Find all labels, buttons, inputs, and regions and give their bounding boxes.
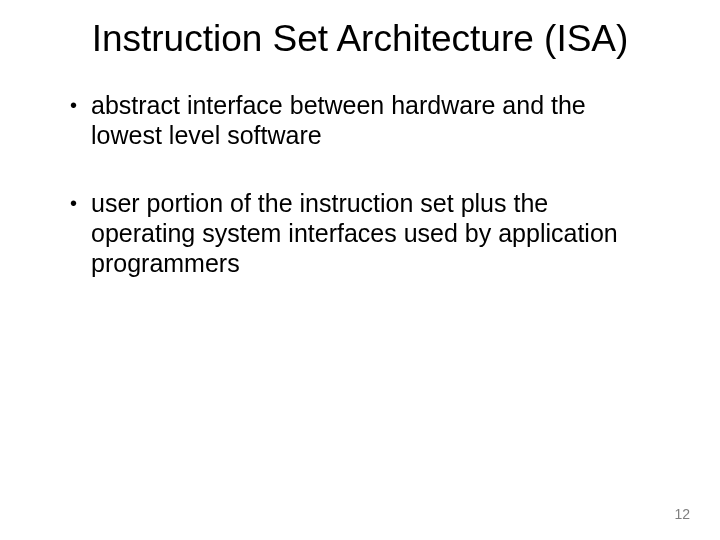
bullet-text: abstract interface between hardware and … [91, 90, 651, 150]
bullet-item: • user portion of the instruction set pl… [70, 188, 680, 278]
bullet-icon: • [70, 188, 77, 218]
slide-content: • abstract interface between hardware an… [40, 90, 680, 278]
bullet-icon: • [70, 90, 77, 120]
slide: Instruction Set Architecture (ISA) • abs… [0, 0, 720, 540]
bullet-text: user portion of the instruction set plus… [91, 188, 651, 278]
bullet-item: • abstract interface between hardware an… [70, 90, 680, 150]
page-number: 12 [674, 506, 690, 522]
slide-title: Instruction Set Architecture (ISA) [40, 18, 680, 60]
